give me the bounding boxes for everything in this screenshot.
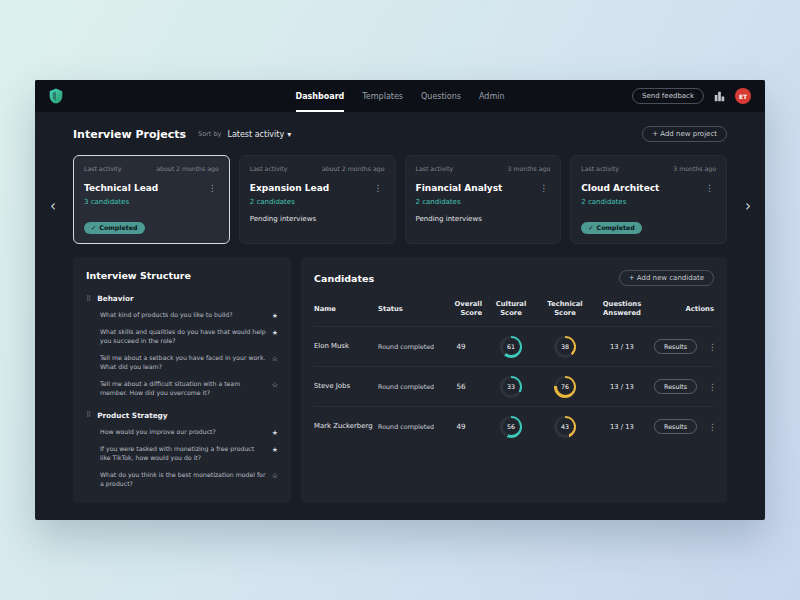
kebab-menu-icon[interactable]: ⋮ [537,183,550,193]
question-text: What do you think is the best monetizati… [100,471,266,489]
star-icon[interactable]: ★ [272,329,278,337]
last-activity-value: about 2 months ago [156,165,219,172]
question-text: Tell me about a setback you have faced i… [100,354,266,372]
user-avatar[interactable]: ET [735,88,751,104]
kebab-menu-icon[interactable]: ⋮ [372,183,385,193]
page-title: Interview Projects [73,128,186,141]
results-button[interactable]: Results [654,339,697,354]
question-text: How would you improve our product? [100,428,266,437]
status-pending-text: Pending interviews [416,215,551,223]
questions-answered: 13 / 13 [594,423,650,431]
technical-score-ring: 38 [554,336,576,358]
drag-handle-icon[interactable]: ⠿ [86,411,91,419]
cultural-score-ring: 33 [500,376,522,398]
technical-score-ring: 43 [554,416,576,438]
check-icon: ✓ [91,224,96,231]
sort-dropdown[interactable]: Latest activity ▾ [227,130,291,139]
question-text: Tell me about a difficult situation with… [100,380,266,398]
candidate-row-mark-zuckerberg: Mark Zuckerberg Round completed 49 56 43… [314,406,714,446]
question-item: What skills and qualities do you have th… [86,328,278,346]
candidate-status: Round completed [378,423,436,432]
results-button[interactable]: Results [654,419,697,434]
nav-item-admin[interactable]: Admin [479,80,505,112]
project-card-financial-analyst[interactable]: Last activity 3 months ago Financial Ana… [405,155,562,244]
section-name: Behavior [97,294,134,303]
project-title: Expansion Lead [250,183,329,193]
carousel-prev-button[interactable]: ‹ [45,196,61,216]
results-button[interactable]: Results [654,379,697,394]
interview-structure-panel: Interview Structure ⠿ Behavior What kind… [73,257,291,503]
project-card-list: Last activity about 2 months ago Technic… [73,155,727,244]
question-item: How would you improve our product? ★ [86,428,278,437]
column-header-technical-score: Technical Score [540,300,590,318]
candidates-title: Candidates [314,273,374,284]
question-item: What do you think is the best monetizati… [86,471,278,489]
status-badge-completed: ✓ Completed [581,222,642,234]
section-behavior: ⠿ Behavior What kind of products do you … [86,294,278,398]
star-icon[interactable]: ★ [272,429,278,437]
last-activity-label: Last activity [416,165,454,172]
section-name: Product Strategy [97,411,167,420]
star-icon[interactable]: ☆ [272,472,278,480]
column-header-cultural-score: Cultural Score [486,300,536,318]
nav-item-templates[interactable]: Templates [362,80,403,112]
question-item: If you were tasked with monetizing a fre… [86,445,278,463]
project-card-expansion-lead[interactable]: Last activity about 2 months ago Expansi… [239,155,396,244]
questions-answered: 13 / 13 [594,383,650,391]
overall-score: 49 [440,422,482,431]
question-text: If you were tasked with monetizing a fre… [100,445,266,463]
last-activity-value: 3 months ago [508,165,551,172]
cultural-score-ring: 61 [500,336,522,358]
candidate-status: Round completed [378,383,436,392]
app-logo-icon [49,88,63,104]
section-product-strategy: ⠿ Product Strategy How would you improve… [86,411,278,489]
column-header-status: Status [378,305,436,314]
organization-icon[interactable] [714,91,725,102]
last-activity-value: about 2 months ago [322,165,385,172]
overall-score: 49 [440,342,482,351]
column-header-questions-answered: Questions Answered [594,300,650,318]
project-title: Cloud Architect [581,183,659,193]
candidates-table: Name Status Overall Score Cultural Score… [314,296,714,446]
row-kebab-menu-icon[interactable]: ⋮ [706,342,719,352]
kebab-menu-icon[interactable]: ⋮ [206,183,219,193]
project-title: Financial Analyst [416,183,503,193]
send-feedback-button[interactable]: Send feedback [632,88,704,104]
drag-handle-icon[interactable]: ⠿ [86,295,91,303]
question-text: What kind of products do you like to bui… [100,311,266,320]
row-kebab-menu-icon[interactable]: ⋮ [706,422,719,432]
cultural-score-ring: 56 [500,416,522,438]
candidate-name: Mark Zuckerberg [314,422,374,431]
overall-score: 56 [440,382,482,391]
add-new-project-button[interactable]: + Add new project [642,126,727,142]
main-content: Interview Projects Sort by Latest activi… [35,112,765,503]
candidate-count: 2 candidates [250,198,385,206]
project-card-cloud-architect[interactable]: Last activity 3 months ago Cloud Archite… [570,155,727,244]
star-icon[interactable]: ★ [272,446,278,454]
candidate-count: 2 candidates [581,198,716,206]
status-badge-completed: ✓ Completed [84,222,145,234]
candidates-panel: Candidates + Add new candidate Name Stat… [301,257,727,503]
star-icon[interactable]: ☆ [272,355,278,363]
table-header-row: Name Status Overall Score Cultural Score… [314,296,714,326]
app-window: Dashboard Templates Questions Admin Send… [35,80,765,520]
nav-links: Dashboard Templates Questions Admin [296,80,505,112]
kebab-menu-icon[interactable]: ⋮ [703,183,716,193]
add-new-candidate-button[interactable]: + Add new candidate [619,270,714,286]
project-title: Technical Lead [84,183,158,193]
column-header-overall-score: Overall Score [440,300,482,318]
star-icon[interactable]: ★ [272,312,278,320]
candidate-count: 2 candidates [416,198,551,206]
last-activity-label: Last activity [84,165,122,172]
check-icon: ✓ [588,224,593,231]
star-icon[interactable]: ☆ [272,381,278,389]
sort-dropdown-value: Latest activity [227,130,284,139]
nav-item-dashboard[interactable]: Dashboard [296,80,345,112]
last-activity-value: 3 months ago [673,165,716,172]
technical-score-ring: 76 [554,376,576,398]
nav-item-questions[interactable]: Questions [421,80,461,112]
question-item: Tell me about a difficult situation with… [86,380,278,398]
row-kebab-menu-icon[interactable]: ⋮ [706,382,719,392]
carousel-next-button[interactable]: › [740,196,756,216]
project-card-technical-lead[interactable]: Last activity about 2 months ago Technic… [73,155,230,244]
